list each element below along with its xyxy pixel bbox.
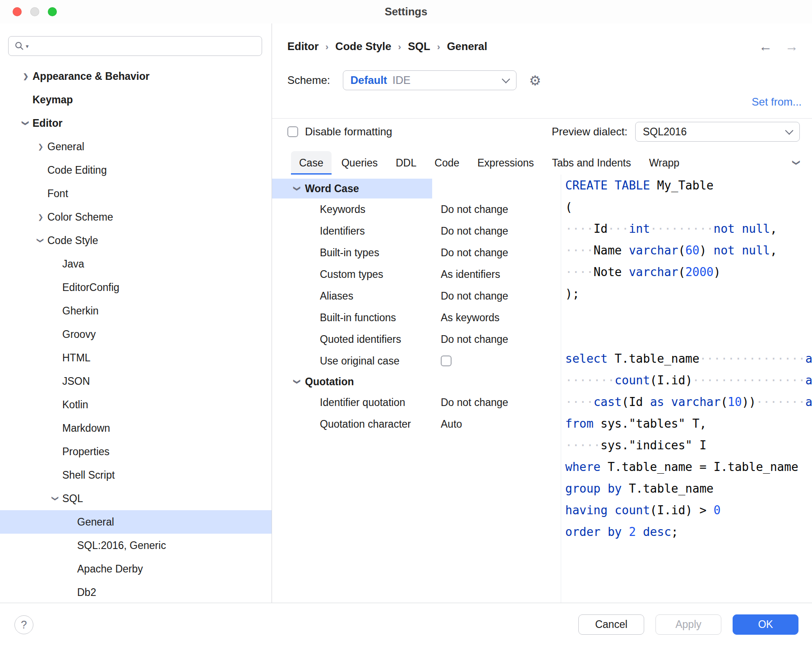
back-arrow-icon[interactable]: ← [759, 39, 772, 54]
apply-button[interactable]: Apply [655, 614, 721, 635]
setting-value-dropdown[interactable]: As identifiers [441, 268, 500, 281]
search-input[interactable]: ▾ [8, 36, 262, 56]
setting-value-dropdown[interactable]: Do not change [441, 290, 508, 302]
setting-checkbox[interactable] [441, 355, 452, 366]
chevron-down-icon[interactable]: ❯ [22, 116, 30, 130]
sidebar-item-groovy[interactable]: Groovy [0, 323, 272, 346]
setting-value-dropdown[interactable]: Do not change [441, 247, 508, 259]
sidebar-item-keymap[interactable]: Keymap [0, 88, 272, 111]
scheme-select[interactable]: Default IDE [343, 70, 517, 90]
window-title: Settings [0, 0, 812, 23]
tab-queries[interactable]: Queries [333, 151, 386, 175]
sidebar-item-html[interactable]: HTML [0, 346, 272, 369]
sidebar-item-properties[interactable]: Properties [0, 440, 272, 463]
breadcrumb-item-general[interactable]: General [447, 40, 487, 53]
tab-code[interactable]: Code [426, 151, 467, 175]
ok-button[interactable]: OK [733, 614, 798, 635]
sidebar-item-code-editing[interactable]: Code Editing [0, 158, 272, 182]
group-quotation[interactable]: ❯Quotation [272, 372, 561, 392]
formatting-toolbar: Disable formatting Preview dialect: SQL2… [287, 122, 800, 142]
tab-tabs-and-indents[interactable]: Tabs and Indents [544, 151, 639, 175]
sidebar-item-appearance-behavior[interactable]: ❯Appearance & Behavior [0, 65, 272, 88]
sidebar-item-general[interactable]: General [0, 510, 272, 534]
sidebar-item-gherkin[interactable]: Gherkin [0, 299, 272, 323]
setting-value-dropdown[interactable]: Do not change [441, 203, 508, 216]
setting-value-dropdown[interactable]: Do not change [441, 333, 508, 346]
preview-dialect-value: SQL2016 [643, 126, 687, 138]
main-content: Editor›Code Style›SQL›General ← → Scheme… [272, 23, 812, 603]
traffic-lights [13, 7, 57, 16]
sidebar-item-kotlin[interactable]: Kotlin [0, 393, 272, 416]
sidebar-item-font[interactable]: Font [0, 182, 272, 205]
code-line: ····Id···int·········not null, [565, 218, 812, 240]
sidebar-item-sql[interactable]: ❯SQL [0, 487, 272, 510]
settings-tree: ❯Word CaseKeywordsDo not changeIdentifie… [272, 175, 561, 603]
tab-wrapp[interactable]: Wrapp [641, 151, 687, 175]
group-label: Quotation [305, 376, 354, 388]
sidebar-item-apache-derby[interactable]: Apache Derby [0, 557, 272, 581]
scheme-label: Scheme: [287, 74, 330, 87]
sidebar-item-editorconfig[interactable]: EditorConfig [0, 276, 272, 299]
sidebar-item-json[interactable]: JSON [0, 369, 272, 393]
chevron-right-icon[interactable]: ❯ [19, 72, 32, 80]
setting-value-dropdown[interactable]: Do not change [441, 397, 508, 409]
sidebar-item-shell-script[interactable]: Shell Script [0, 463, 272, 487]
code-line: ·······count(I.id)················as [565, 369, 812, 391]
disable-formatting-checkbox[interactable] [287, 126, 298, 137]
tab-case[interactable]: Case [291, 151, 332, 175]
sidebar-item-label: SQL:2016, Generic [77, 540, 166, 552]
tab-ddl[interactable]: DDL [388, 151, 424, 175]
setting-value-dropdown[interactable]: Do not change [441, 225, 508, 237]
sidebar-item-java[interactable]: Java [0, 252, 272, 276]
chevron-down-icon[interactable]: ❯ [293, 376, 301, 388]
group-label: Word Case [305, 183, 359, 195]
sidebar-item-label: Code Style [47, 235, 98, 247]
set-from-link[interactable]: Set from... [752, 96, 802, 108]
setting-row-built-in-functions: Built-in functionsAs keywords [272, 307, 561, 328]
setting-value-dropdown[interactable]: As keywords [441, 312, 499, 324]
sidebar-item-sql-2016-generic[interactable]: SQL:2016, Generic [0, 534, 272, 557]
tabs-overflow-chevron-icon[interactable]: ❯ [791, 159, 801, 166]
chevron-right-icon[interactable]: ❯ [34, 213, 47, 221]
forward-arrow-icon[interactable]: → [785, 39, 798, 54]
tab-expressions[interactable]: Expressions [469, 151, 542, 175]
sidebar-item-label: Kotlin [62, 399, 88, 411]
cancel-button[interactable]: Cancel [578, 614, 644, 635]
breadcrumb-separator-icon: › [398, 41, 401, 52]
chevron-down-icon[interactable]: ❯ [293, 183, 301, 194]
sidebar-item-db2[interactable]: Db2 [0, 581, 272, 603]
chevron-down-icon[interactable]: ❯ [51, 492, 60, 505]
setting-value-dropdown[interactable]: Auto [441, 418, 462, 430]
setting-row-built-in-types: Built-in typesDo not change [272, 242, 561, 263]
breadcrumb-item-editor[interactable]: Editor [287, 40, 318, 53]
setting-row-identifiers: IdentifiersDo not change [272, 220, 561, 242]
setting-label: Quoted identifiers [320, 333, 441, 346]
sidebar-item-editor[interactable]: ❯Editor [0, 111, 272, 135]
set-from-row: Set from... [752, 96, 802, 109]
setting-row-custom-types: Custom typesAs identifiers [272, 263, 561, 285]
sidebar-item-markdown[interactable]: Markdown [0, 416, 272, 440]
chevron-down-icon[interactable]: ❯ [37, 234, 45, 247]
setting-row-aliases: AliasesDo not change [272, 285, 561, 307]
breadcrumb-item-sql[interactable]: SQL [408, 40, 430, 53]
preview-dialect-select[interactable]: SQL2016 [635, 122, 800, 142]
help-button[interactable]: ? [14, 615, 33, 634]
close-button[interactable] [13, 7, 22, 16]
breadcrumb-item-code-style[interactable]: Code Style [335, 40, 391, 53]
search-history-chevron-icon[interactable]: ▾ [26, 43, 29, 50]
titlebar: Settings [0, 0, 812, 23]
zoom-button[interactable] [48, 7, 57, 16]
sidebar-item-general[interactable]: ❯General [0, 135, 272, 158]
preview-dialect-label: Preview dialect: [552, 125, 627, 138]
gear-icon[interactable]: ⚙ [529, 73, 541, 88]
setting-label: Built-in types [320, 247, 441, 259]
sidebar-item-color-scheme[interactable]: ❯Color Scheme [0, 205, 272, 229]
chevron-right-icon[interactable]: ❯ [34, 143, 47, 151]
search-icon [14, 41, 25, 51]
disable-formatting-option[interactable]: Disable formatting [287, 125, 392, 138]
setting-label: Use original case [320, 355, 441, 367]
group-word-case[interactable]: ❯Word Case [272, 179, 561, 198]
sidebar-item-label: General [77, 516, 114, 528]
sidebar-item-code-style[interactable]: ❯Code Style [0, 229, 272, 252]
sidebar-item-label: Db2 [77, 586, 96, 599]
